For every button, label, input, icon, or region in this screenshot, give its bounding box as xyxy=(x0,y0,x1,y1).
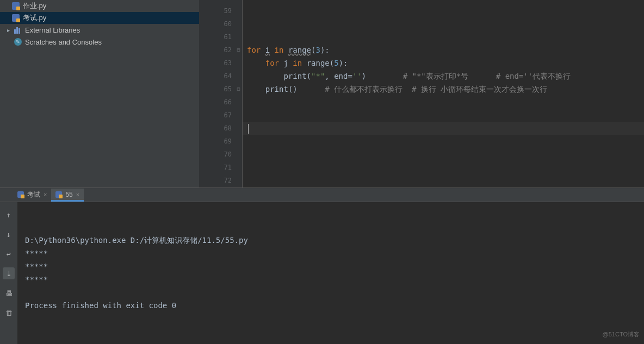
console-line: D:\Python36\python.exe D:/计算机知识存储/11.5/5… xyxy=(25,234,636,247)
close-icon[interactable]: × xyxy=(76,191,79,198)
code-line[interactable] xyxy=(247,30,644,43)
console-line: ***** xyxy=(25,273,636,286)
tree-item-3[interactable]: ✎Scratches and Consoles xyxy=(0,36,199,48)
text-caret xyxy=(248,124,249,134)
line-number: 67 xyxy=(199,109,232,122)
code-line[interactable] xyxy=(247,122,644,135)
code-line[interactable]: for j in range(5): xyxy=(247,57,644,70)
code-line[interactable]: print("*", end='') # "*"表示打印*号 # end=''代… xyxy=(247,70,644,83)
print-icon[interactable]: 🖶 xyxy=(3,287,15,299)
fold-close-icon[interactable]: ⊟ xyxy=(235,83,242,96)
tree-item-0[interactable]: 作业.py xyxy=(0,0,199,12)
code-area[interactable]: for i in range(3): for j in range(5): pr… xyxy=(243,0,644,187)
line-number: 62 xyxy=(199,43,232,57)
console-line xyxy=(25,286,636,299)
line-number: 59 xyxy=(199,4,232,17)
tree-item-label: Scratches and Consoles xyxy=(25,38,102,46)
code-line[interactable] xyxy=(247,161,644,174)
libraries-icon xyxy=(14,26,22,34)
python-file-icon xyxy=(17,191,24,198)
code-line[interactable] xyxy=(247,174,644,187)
code-line[interactable] xyxy=(247,109,644,122)
trash-icon[interactable]: 🗑 xyxy=(3,307,15,318)
line-number: 66 xyxy=(199,96,232,109)
line-number: 69 xyxy=(199,135,232,148)
scratches-icon: ✎ xyxy=(14,38,22,46)
close-icon[interactable]: × xyxy=(44,191,47,198)
python-file-icon xyxy=(12,14,20,22)
code-line[interactable] xyxy=(247,96,644,109)
code-line[interactable] xyxy=(247,148,644,161)
watermark: @51CTO博客 xyxy=(603,328,640,341)
code-line[interactable] xyxy=(247,17,644,30)
line-number: 68 xyxy=(199,122,232,135)
line-number: 65 xyxy=(199,83,232,96)
console-output[interactable]: D:\Python36\python.exe D:/计算机知识存储/11.5/5… xyxy=(17,202,644,344)
scroll-to-end-icon[interactable]: ⤓ xyxy=(3,267,15,279)
tree-item-1[interactable]: 考试.py xyxy=(0,12,199,24)
tree-item-label: 作业.py xyxy=(23,1,46,11)
tree-item-2[interactable]: ▸External Libraries xyxy=(0,24,199,36)
fold-column[interactable]: ⊟ ⊟ xyxy=(235,0,243,187)
run-tab-bar: 考试×55× xyxy=(0,187,644,202)
console-line: ***** xyxy=(25,260,636,273)
line-gutter: 5960616263646566676869707172 xyxy=(199,0,235,187)
chevron-right-icon[interactable]: ▸ xyxy=(5,27,11,33)
python-file-icon xyxy=(12,2,20,10)
run-toolbar: ↑↓↩⤓🖶🗑 xyxy=(0,202,17,344)
arrow-down-icon[interactable]: ↓ xyxy=(3,228,15,240)
code-line[interactable]: for i in range(3): xyxy=(247,43,644,57)
code-line[interactable] xyxy=(247,135,644,148)
line-number: 60 xyxy=(199,17,232,30)
run-tab-label: 考试 xyxy=(27,190,40,199)
tree-item-label: 考试.py xyxy=(23,13,46,23)
run-tab-label: 55 xyxy=(65,191,72,198)
project-sidebar: 作业.py考试.py▸External Libraries✎Scratches … xyxy=(0,0,199,187)
code-line[interactable] xyxy=(247,4,644,17)
console-line: ***** xyxy=(25,247,636,260)
python-file-icon xyxy=(55,191,62,198)
run-tab-0[interactable]: 考试× xyxy=(13,189,51,202)
console-line: Process finished with exit code 0 xyxy=(25,299,636,312)
fold-open-icon[interactable]: ⊟ xyxy=(235,43,242,57)
line-number: 72 xyxy=(199,174,232,187)
line-number: 61 xyxy=(199,30,232,43)
code-editor[interactable]: 5960616263646566676869707172 ⊟ ⊟ for i i… xyxy=(199,0,644,187)
code-line[interactable]: print() # 什么都不打表示换行 # 换行 小循环每结束一次才会换一次行 xyxy=(247,83,644,96)
run-tab-1[interactable]: 55× xyxy=(51,189,84,202)
line-number: 63 xyxy=(199,57,232,70)
line-number: 64 xyxy=(199,70,232,83)
line-number: 71 xyxy=(199,161,232,174)
tree-item-label: External Libraries xyxy=(25,26,80,34)
arrow-up-icon[interactable]: ↑ xyxy=(3,209,15,221)
line-number: 70 xyxy=(199,148,232,161)
wrap-icon[interactable]: ↩ xyxy=(3,248,15,260)
